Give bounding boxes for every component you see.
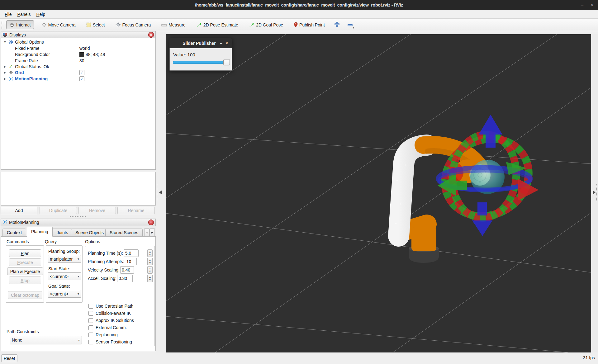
window-close-button[interactable]: × xyxy=(588,1,596,9)
checkbox[interactable] xyxy=(88,304,93,309)
menu-help[interactable]: Help xyxy=(33,11,48,18)
tool-measure[interactable]: Measure xyxy=(158,21,188,29)
focus-camera-icon xyxy=(116,22,121,27)
tool-interact[interactable]: Interact xyxy=(6,20,34,29)
planning-group-combobox[interactable]: manipulator▾ xyxy=(48,255,81,263)
tool-label: Move Camera xyxy=(48,22,76,27)
tab-scene-objects[interactable]: Scene Objects xyxy=(71,229,108,237)
add-tool-button[interactable] xyxy=(332,20,342,30)
window-minimize-button[interactable]: – xyxy=(578,1,586,9)
grid-icon xyxy=(8,70,13,75)
planning-attempts-label: Planning Attempts: xyxy=(88,259,124,264)
clear-octomap-button[interactable]: Clear octomap xyxy=(8,291,42,299)
rename-display-button[interactable]: Rename xyxy=(117,207,155,214)
slider-track[interactable] xyxy=(173,61,228,64)
checkbox[interactable] xyxy=(88,318,93,323)
collapse-right-panel-icon[interactable] xyxy=(593,190,596,195)
approx-ik-solutions-checkbox-row[interactable]: Approx IK Solutions xyxy=(88,318,134,323)
planning-attempts-input[interactable] xyxy=(125,258,137,265)
tree-row-frame-rate[interactable]: Frame Rate 30 xyxy=(1,58,155,64)
chevron-down-icon: ▾ xyxy=(78,257,79,261)
tool-select[interactable]: Select xyxy=(83,21,108,29)
motionplanning-enabled-checkbox[interactable]: ✓ xyxy=(79,76,84,81)
tree-row-background-color[interactable]: Background Color 48; 48; 48 xyxy=(1,51,155,58)
reset-button[interactable]: Reset xyxy=(1,354,17,362)
tree-row-fixed-frame[interactable]: Fixed Frame world xyxy=(1,45,155,51)
spinner-buttons[interactable]: ▴▾ xyxy=(147,258,153,265)
replanning-checkbox-row[interactable]: Replanning xyxy=(88,332,118,337)
sensor-positioning-checkbox-row[interactable]: Sensor Positioning xyxy=(88,339,132,344)
displays-panel-header[interactable]: Displays ✕ xyxy=(1,31,156,39)
tab-scroll-left-icon[interactable]: ◀ xyxy=(144,228,150,236)
tab-joints[interactable]: Joints xyxy=(52,229,73,237)
stop-button[interactable]: Stop xyxy=(9,277,41,284)
tree-row-label: MotionPlanning xyxy=(15,76,48,81)
tree-row-grid[interactable]: ▶ Grid ✓ xyxy=(1,69,155,76)
displays-close-icon[interactable]: ✕ xyxy=(148,32,154,38)
spinner-buttons[interactable]: ▴▾ xyxy=(147,275,153,282)
add-display-button[interactable]: Add xyxy=(1,207,37,214)
planning-time-input[interactable] xyxy=(124,249,139,257)
accel-scaling-input[interactable] xyxy=(117,275,133,282)
spinner-buttons[interactable]: ▴▾ xyxy=(147,266,153,274)
spinner-buttons[interactable]: ▴▾ xyxy=(147,249,153,257)
path-constraints-combobox[interactable]: None▾ xyxy=(10,336,82,344)
displays-panel-title: Displays xyxy=(9,32,146,37)
expander-icon[interactable]: ▶ xyxy=(3,65,7,68)
window-title: /home/nbb/ws_fanuc/install/fanuc_moveit_… xyxy=(195,2,403,7)
collapse-left-panel-icon[interactable] xyxy=(159,190,162,195)
tab-context[interactable]: Context xyxy=(2,229,26,237)
checkbox[interactable] xyxy=(88,340,93,344)
tree-row-motionplanning[interactable]: ▶ MotionPlanning ✓ xyxy=(1,76,155,82)
external-comm-checkbox-row[interactable]: External Comm. xyxy=(88,325,127,330)
plan-button[interactable]: Plan xyxy=(9,249,41,257)
use-cartesian-path-checkbox-row[interactable]: Use Cartesian Path xyxy=(88,304,133,309)
tab-stored-scenes[interactable]: Stored Scenes xyxy=(105,229,143,237)
3d-scene xyxy=(166,34,591,352)
tree-row-global-options[interactable]: ▼ Global Options xyxy=(1,39,155,45)
checkbox[interactable] xyxy=(88,311,93,316)
menu-panels[interactable]: Panels xyxy=(15,11,34,18)
chevron-down-icon: ▾ xyxy=(78,275,79,278)
3d-viewport[interactable] xyxy=(166,34,591,352)
remove-tool-button[interactable]: ▾ xyxy=(345,20,355,30)
interactive-marker[interactable] xyxy=(431,115,542,236)
slider-window-close-button[interactable]: ✕ xyxy=(224,41,230,45)
slider-window-titlebar[interactable]: Slider Publisher – ✕ xyxy=(169,38,232,48)
goal-state-combobox[interactable]: <current>▾ xyxy=(48,290,81,298)
plan-and-execute-button[interactable]: Plan & Execute xyxy=(7,267,43,275)
motionplanning-close-icon[interactable]: ✕ xyxy=(148,220,154,225)
tool-publish-point[interactable]: Publish Point xyxy=(291,20,328,29)
menu-file[interactable]: File xyxy=(2,11,15,18)
checkbox[interactable] xyxy=(88,325,93,330)
expander-icon[interactable]: ▼ xyxy=(3,40,7,44)
tool-move-camera[interactable]: Move Camera xyxy=(38,20,79,29)
grid-enabled-checkbox[interactable]: ✓ xyxy=(79,70,84,75)
expander-icon[interactable]: ▶ xyxy=(3,77,7,80)
motionplanning-panel-header[interactable]: MotionPlanning ✕ xyxy=(1,219,156,226)
start-state-combobox[interactable]: <current>▾ xyxy=(48,272,81,280)
slider-publisher-window[interactable]: Slider Publisher – ✕ Value: 100 xyxy=(169,38,232,71)
expander-icon[interactable]: ▶ xyxy=(3,71,7,74)
remove-display-button[interactable]: Remove xyxy=(78,207,116,214)
tree-row-value[interactable]: 30 xyxy=(79,58,84,63)
tree-row-value[interactable]: 48; 48; 48 xyxy=(79,52,105,57)
panel-drag-handle[interactable] xyxy=(70,216,86,217)
collision-aware-ik-checkbox-row[interactable]: Collision-aware IK xyxy=(88,311,131,316)
tab-planning[interactable]: Planning xyxy=(27,227,53,237)
property-description-box xyxy=(1,172,156,206)
tool-2d-pose-estimate[interactable]: 2D Pose Estimate xyxy=(193,21,241,29)
velocity-scaling-input[interactable] xyxy=(120,266,134,274)
slider-window-minimize-button[interactable]: – xyxy=(218,41,224,45)
tree-row-value[interactable]: world xyxy=(79,46,90,51)
duplicate-display-button[interactable]: Duplicate xyxy=(40,207,77,214)
tab-scroll-right-icon[interactable]: ▶ xyxy=(150,228,155,236)
slider-handle[interactable] xyxy=(223,59,230,65)
tree-row-global-status[interactable]: ▶ ✓ Global Status: Ok xyxy=(1,64,155,70)
tool-focus-camera[interactable]: Focus Camera xyxy=(112,20,154,29)
toolbar-drag-handle[interactable] xyxy=(2,21,5,29)
execute-button[interactable]: Execute xyxy=(9,258,41,266)
checkbox[interactable] xyxy=(88,333,93,337)
planning-time-row: Planning Time (s): ▴▾ xyxy=(88,249,153,257)
tool-2d-goal-pose[interactable]: 2D Goal Pose xyxy=(246,21,286,29)
